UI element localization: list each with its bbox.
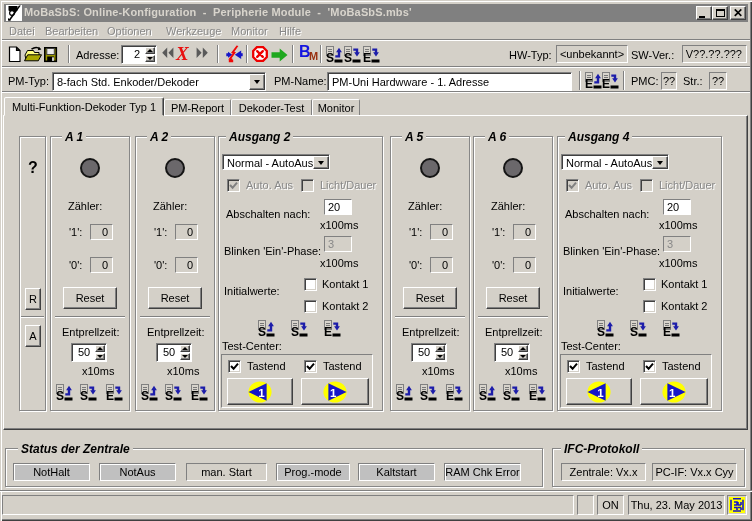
svg-text:S: S bbox=[291, 325, 299, 337]
svg-text:S: S bbox=[56, 389, 64, 401]
svg-text:S: S bbox=[141, 389, 149, 401]
svg-text:S: S bbox=[597, 325, 605, 337]
svg-text:S: S bbox=[165, 389, 173, 401]
svg-text:1: 1 bbox=[258, 386, 265, 398]
svg-text:E: E bbox=[585, 77, 593, 89]
svg-text:S: S bbox=[479, 389, 487, 401]
svg-text:S: S bbox=[258, 325, 266, 337]
svg-text:E: E bbox=[529, 389, 537, 401]
svg-text:1: 1 bbox=[330, 386, 337, 398]
svg-text:1: 1 bbox=[669, 386, 676, 398]
svg-text:S: S bbox=[630, 325, 638, 337]
svg-text:E: E bbox=[602, 77, 610, 89]
svg-text:S: S bbox=[420, 389, 428, 401]
svg-text:E: E bbox=[446, 389, 454, 401]
svg-text:E: E bbox=[363, 51, 371, 63]
svg-text:1: 1 bbox=[597, 386, 604, 398]
svg-text:E: E bbox=[106, 389, 114, 401]
svg-text:S: S bbox=[80, 389, 88, 401]
svg-text:E: E bbox=[191, 389, 199, 401]
svg-text:S: S bbox=[503, 389, 511, 401]
svg-text:S: S bbox=[326, 51, 334, 63]
svg-text:E: E bbox=[324, 325, 332, 337]
svg-text:E: E bbox=[663, 325, 671, 337]
svg-text:S: S bbox=[344, 51, 352, 63]
svg-text:S: S bbox=[396, 389, 404, 401]
